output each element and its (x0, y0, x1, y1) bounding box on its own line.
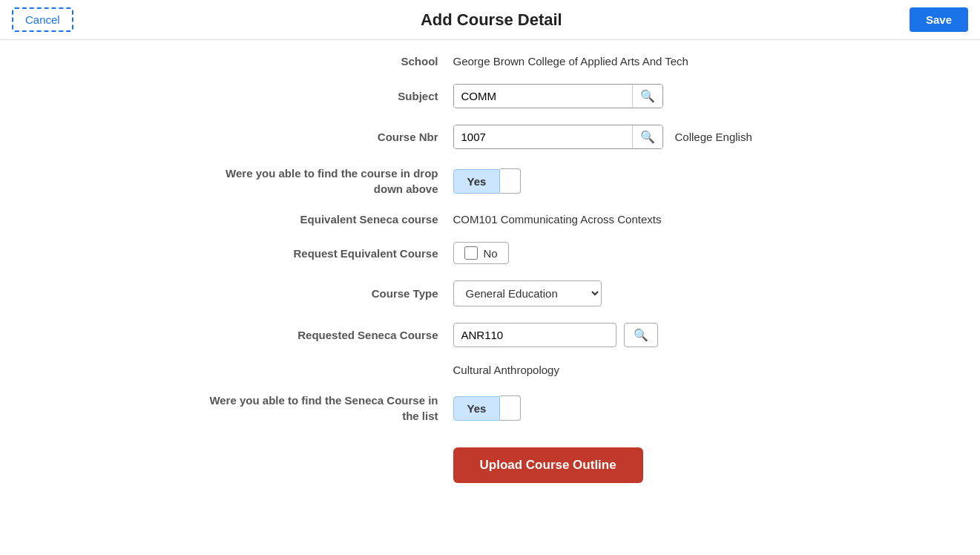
requested-seneca-zoom-icon[interactable]: 🔍 (624, 323, 658, 347)
request-equivalent-label: Request Equivalent Course (201, 247, 453, 260)
find-seneca-toggle-box[interactable] (500, 395, 521, 421)
cancel-button[interactable]: Cancel (12, 7, 73, 32)
course-nbr-search-icon[interactable]: 🔍 (632, 125, 662, 148)
subject-input[interactable] (454, 85, 632, 108)
requested-seneca-input[interactable] (453, 323, 616, 347)
cultural-anthropology-text: Cultural Anthropology (453, 364, 559, 376)
find-course-toggle-box[interactable] (500, 168, 521, 194)
find-course-row: Were you able to find the course in drop… (201, 165, 780, 197)
request-equivalent-row: Request Equivalent Course No (201, 242, 780, 264)
school-label: School (201, 55, 453, 68)
course-type-select[interactable]: General Education Core Elective (453, 280, 602, 306)
requested-seneca-row: Requested Seneca Course 🔍 (201, 323, 780, 347)
find-seneca-toggle-container: Yes (453, 395, 522, 421)
equivalent-seneca-value: COM101 Communicating Across Contexts (453, 213, 662, 226)
subject-row: Subject 🔍 (201, 84, 780, 108)
upload-row: Upload Course Outline (201, 440, 780, 483)
course-nbr-input[interactable] (454, 125, 632, 148)
equivalent-seneca-row: Equivalent Seneca course COM101 Communic… (201, 213, 780, 226)
page-title: Add Course Detail (73, 10, 910, 30)
subject-input-container: 🔍 (453, 84, 663, 108)
upload-course-outline-button[interactable]: Upload Course Outline (453, 447, 643, 483)
course-nbr-input-container: 🔍 (453, 125, 663, 149)
find-course-yes-button[interactable]: Yes (453, 169, 501, 194)
school-value: George Brown College of Applied Arts And… (453, 55, 688, 68)
find-course-label: Were you able to find the course in drop… (201, 165, 453, 197)
find-seneca-row: Were you able to find the Seneca Course … (201, 393, 780, 424)
request-equivalent-checkbox-label: No (484, 247, 498, 260)
requested-seneca-label: Requested Seneca Course (201, 329, 453, 341)
course-type-row: Course Type General Education Core Elect… (201, 280, 780, 306)
course-nbr-label: Course Nbr (201, 131, 453, 143)
cultural-anthropology-row: Cultural Anthropology (201, 364, 780, 376)
save-button[interactable]: Save (910, 7, 968, 32)
course-type-label: Course Type (201, 287, 453, 300)
find-seneca-yes-button[interactable]: Yes (453, 396, 501, 421)
course-nbr-row: Course Nbr 🔍 College English (201, 125, 780, 149)
find-course-toggle-container: Yes (453, 168, 522, 194)
subject-search-icon[interactable]: 🔍 (632, 85, 662, 108)
course-name-label: College English (675, 131, 752, 143)
request-equivalent-container: No (453, 242, 509, 264)
request-equivalent-checkbox[interactable] (464, 246, 478, 260)
page-header: Cancel Add Course Detail Save (0, 0, 980, 40)
form-body: School George Brown College of Applied A… (157, 40, 824, 498)
school-row: School George Brown College of Applied A… (201, 55, 780, 68)
equivalent-seneca-label: Equivalent Seneca course (201, 213, 453, 226)
find-seneca-label: Were you able to find the Seneca Course … (201, 393, 453, 424)
subject-label: Subject (201, 90, 453, 102)
